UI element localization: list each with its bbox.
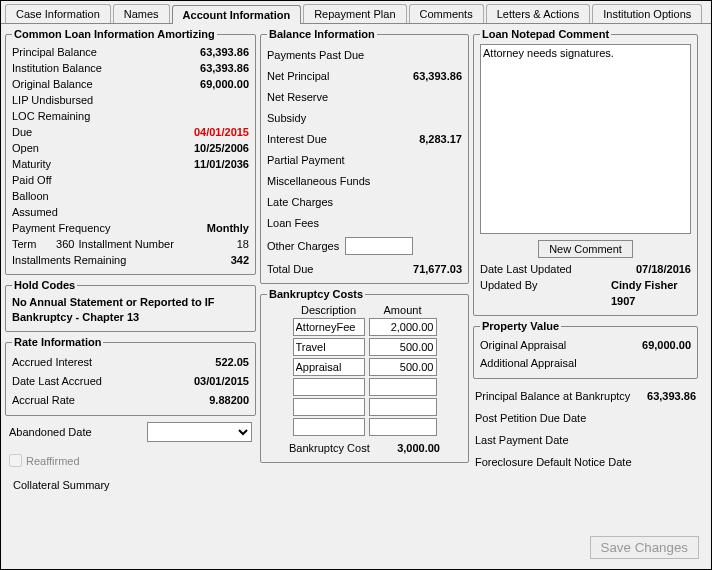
cost-amount-3[interactable] (369, 378, 437, 396)
abandoned-date-select[interactable] (147, 422, 252, 442)
balance-info: Balance Information Payments Past Due Ne… (260, 28, 469, 284)
open-label: Open (12, 140, 194, 156)
updated-by-value: Cindy Fisher (611, 277, 691, 293)
notepad-title: Loan Notepad Comment (480, 28, 611, 40)
institution-balance-label: Institution Balance (12, 60, 200, 76)
payments-past-due-label: Payments Past Due (267, 47, 462, 63)
cost-desc-2[interactable] (293, 358, 365, 376)
balance-info-title: Balance Information (267, 28, 377, 40)
tab-names[interactable]: Names (113, 4, 170, 23)
date-updated-label: Date Last Updated (480, 261, 572, 277)
late-charges-label: Late Charges (267, 194, 462, 210)
reaffirmed-checkbox[interactable] (9, 454, 22, 467)
total-due-value: 71,677.03 (413, 261, 462, 277)
loc-label: LOC Remaining (12, 108, 249, 124)
cost-desc-5[interactable] (293, 418, 365, 436)
notepad-textarea[interactable]: Attorney needs signatures. (480, 44, 691, 234)
property-value: Property Value Original Appraisal69,000.… (473, 320, 698, 379)
partial-payment-label: Partial Payment (267, 152, 462, 168)
cost-amount-2[interactable] (369, 358, 437, 376)
rate-info-title: Rate Information (12, 336, 103, 348)
net-reserve-label: Net Reserve (267, 89, 462, 105)
abandoned-date-label: Abandoned Date (9, 424, 92, 440)
save-changes-button[interactable]: Save Changes (590, 536, 699, 559)
bankruptcy-costs: Bankruptcy Costs Description Amount Bank… (260, 288, 469, 463)
principal-at-bk-label: Principal Balance at Bankruptcy (475, 388, 630, 404)
cost-desc-1[interactable] (293, 338, 365, 356)
tabs: Case Information Names Account Informati… (1, 1, 711, 24)
principal-at-bk-value: 63,393.86 (647, 388, 696, 404)
installments-remaining-value: 342 (231, 252, 249, 268)
interest-due-label: Interest Due (267, 131, 419, 147)
due-label: Due (12, 124, 194, 140)
original-appraisal-value: 69,000.00 (642, 337, 691, 353)
installment-num-label: Installment Number (78, 236, 173, 252)
cost-amount-0[interactable] (369, 318, 437, 336)
original-balance-value: 69,000.00 (200, 76, 249, 92)
institution-balance-value: 63,393.86 (200, 60, 249, 76)
maturity-value: 11/01/2036 (194, 156, 249, 172)
common-loan-title: Common Loan Information Amortizing (12, 28, 217, 40)
bankruptcy-costs-title: Bankruptcy Costs (267, 288, 365, 300)
due-value: 04/01/2015 (194, 124, 249, 140)
maturity-label: Maturity (12, 156, 194, 172)
tab-repayment[interactable]: Repayment Plan (303, 4, 406, 23)
foreclosure-label: Foreclosure Default Notice Date (475, 454, 632, 470)
accrual-rate-value: 9.88200 (209, 392, 249, 408)
date-last-accrued-label: Date Last Accrued (12, 373, 194, 389)
cost-amount-4[interactable] (369, 398, 437, 416)
tab-letters[interactable]: Letters & Actions (486, 4, 591, 23)
updated-by-value2: 1907 (611, 293, 691, 309)
total-due-label: Total Due (267, 261, 413, 277)
balloon-label: Balloon (12, 188, 249, 204)
date-last-accrued-value: 03/01/2015 (194, 373, 249, 389)
hold-codes: Hold Codes No Annual Statement or Report… (5, 279, 256, 332)
post-petition-label: Post Petition Due Date (475, 410, 586, 426)
interest-due-value: 8,283.17 (419, 131, 462, 147)
net-principal-label: Net Principal (267, 68, 413, 84)
bankruptcy-cost-total: 3,000.00 (397, 440, 440, 456)
tab-account-info[interactable]: Account Information (172, 5, 302, 24)
paid-off-label: Paid Off (12, 172, 249, 188)
property-value-title: Property Value (480, 320, 561, 332)
rate-info: Rate Information Accrued Interest522.05 … (5, 336, 256, 416)
original-balance-label: Original Balance (12, 76, 200, 92)
subsidy-label: Subsidy (267, 110, 462, 126)
cost-amount-5[interactable] (369, 418, 437, 436)
cost-amount-1[interactable] (369, 338, 437, 356)
reaffirmed-label: Reaffirmed (26, 455, 80, 467)
hold-code-1: No Annual Statement or Reported to IF (12, 295, 249, 310)
principal-balance-label: Principal Balance (12, 44, 200, 60)
accrued-interest-value: 522.05 (215, 354, 249, 370)
updated-by-label: Updated By (480, 277, 537, 293)
common-loan-info: Common Loan Information Amortizing Princ… (5, 28, 256, 275)
additional-appraisal-label: Additional Appraisal (480, 355, 691, 371)
term-value: 360 (40, 236, 74, 252)
date-updated-value: 07/18/2016 (611, 261, 691, 277)
new-comment-button[interactable]: New Comment (538, 240, 633, 258)
tab-institution[interactable]: Institution Options (592, 4, 702, 23)
other-charges-label: Other Charges (267, 240, 339, 252)
term-label: Term (12, 236, 36, 252)
open-value: 10/25/2006 (194, 140, 249, 156)
cost-desc-4[interactable] (293, 398, 365, 416)
loan-fees-label: Loan Fees (267, 215, 462, 231)
accrued-interest-label: Accrued Interest (12, 354, 215, 370)
collateral-summary-link[interactable]: Collateral Summary (13, 479, 256, 491)
tab-comments[interactable]: Comments (409, 4, 484, 23)
installments-remaining-label: Installments Remaining (12, 252, 231, 268)
loan-notepad: Loan Notepad Comment Attorney needs sign… (473, 28, 698, 316)
desc-header: Description (293, 304, 365, 316)
installment-num-value: 18 (178, 236, 249, 252)
other-charges-input[interactable] (345, 237, 413, 255)
principal-balance-value: 63,393.86 (200, 44, 249, 60)
hold-code-2: Bankruptcy - Chapter 13 (12, 310, 249, 325)
tab-case-info[interactable]: Case Information (5, 4, 111, 23)
misc-funds-label: Miscellaneous Funds (267, 173, 462, 189)
bankruptcy-cost-total-label: Bankruptcy Cost (289, 440, 370, 456)
accrual-rate-label: Accrual Rate (12, 392, 209, 408)
cost-desc-3[interactable] (293, 378, 365, 396)
hold-codes-title: Hold Codes (12, 279, 77, 291)
assumed-label: Assumed (12, 204, 249, 220)
cost-desc-0[interactable] (293, 318, 365, 336)
